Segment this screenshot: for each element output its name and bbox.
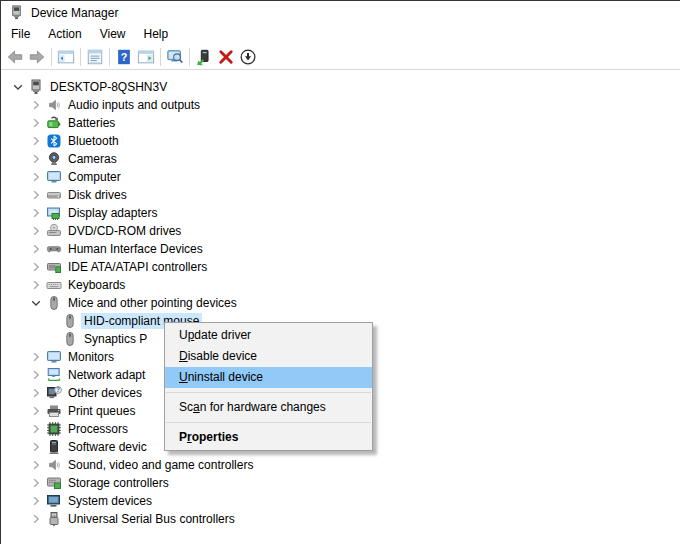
chevron-right-icon[interactable] xyxy=(28,223,44,239)
chevron-right-icon[interactable] xyxy=(28,151,44,167)
tree-item-mice-and-other-pointing-devices[interactable]: Mice and other pointing devices xyxy=(2,294,680,312)
toolbar-separator xyxy=(189,48,190,66)
menu-separator xyxy=(166,422,371,423)
disable-device-icon xyxy=(239,48,257,66)
chevron-right-icon[interactable] xyxy=(28,493,44,509)
battery-icon xyxy=(46,115,62,131)
tree-item-ide-ata-atapi-controllers[interactable]: IDE ATA/ATAPI controllers xyxy=(2,258,680,276)
monitor-icon xyxy=(46,169,62,185)
uninstall-device-button[interactable] xyxy=(215,46,237,67)
menu-help[interactable]: Help xyxy=(135,25,178,43)
monitor-icon xyxy=(46,349,62,365)
chevron-right-icon[interactable] xyxy=(28,241,44,257)
title-bar: Device Manager xyxy=(1,1,680,24)
chevron-down-icon[interactable] xyxy=(10,79,26,95)
back-button[interactable] xyxy=(4,46,26,67)
help-icon: ? xyxy=(115,48,133,66)
chevron-right-icon[interactable] xyxy=(28,133,44,149)
toolbar: ? xyxy=(1,44,680,70)
chevron-right-icon[interactable] xyxy=(28,511,44,527)
chevron-right-icon[interactable] xyxy=(28,403,44,419)
svg-text:?: ? xyxy=(121,51,128,63)
forward-arrow-icon xyxy=(28,48,46,66)
tree-item-universal-serial-bus-controllers[interactable]: Universal Serial Bus controllers xyxy=(2,510,680,528)
tree-item-system-devices[interactable]: System devices xyxy=(2,492,680,510)
context-menu: Update driver Disable device Uninstall d… xyxy=(164,322,373,451)
tree-item-desktop-8qshn3v[interactable]: DESKTOP-8QSHN3V xyxy=(2,78,680,96)
back-arrow-icon xyxy=(6,48,24,66)
console-tree-toggle-button[interactable] xyxy=(55,46,77,67)
tree-item-bluetooth[interactable]: Bluetooth xyxy=(2,132,680,150)
tree-item-computer[interactable]: Computer xyxy=(2,168,680,186)
chevron-right-icon[interactable] xyxy=(28,457,44,473)
menu-action[interactable]: Action xyxy=(39,25,90,43)
chevron-down-icon[interactable] xyxy=(28,295,44,311)
printer-icon xyxy=(46,403,62,419)
chevron-right-icon[interactable] xyxy=(28,475,44,491)
camera-icon xyxy=(46,151,62,167)
chevron-right-icon[interactable] xyxy=(28,97,44,113)
tree-item-disk-drives[interactable]: Disk drives xyxy=(2,186,680,204)
dvd-drive-icon xyxy=(46,223,62,239)
chevron-right-icon[interactable] xyxy=(28,115,44,131)
chevron-right-icon[interactable] xyxy=(28,259,44,275)
mouse-icon xyxy=(62,331,78,347)
tree-item-human-interface-devices[interactable]: Human Interface Devices xyxy=(2,240,680,258)
scan-hardware-icon xyxy=(166,48,184,66)
tree-item-batteries[interactable]: Batteries xyxy=(2,114,680,132)
software-device-icon xyxy=(46,439,62,455)
storage-controller-icon xyxy=(46,475,62,491)
chevron-right-icon[interactable] xyxy=(28,349,44,365)
mouse-icon xyxy=(46,295,62,311)
action-pane-toggle-button[interactable] xyxy=(135,46,157,67)
mouse-icon xyxy=(62,313,78,329)
toolbar-separator xyxy=(109,48,110,66)
ide-controller-icon xyxy=(46,259,62,275)
menu-view[interactable]: View xyxy=(91,25,135,43)
forward-button[interactable] xyxy=(26,46,48,67)
action-pane-icon xyxy=(137,48,155,66)
tree-item-cameras[interactable]: Cameras xyxy=(2,150,680,168)
processor-icon xyxy=(46,421,62,437)
tree-item-sound-video-game-controllers[interactable]: Sound, video and game controllers xyxy=(2,456,680,474)
update-driver-button[interactable] xyxy=(193,46,215,67)
tree-item-storage-controllers[interactable]: Storage controllers xyxy=(2,474,680,492)
menu-item-uninstall-device[interactable]: Uninstall device xyxy=(165,367,372,388)
speaker-icon xyxy=(46,457,62,473)
network-adapter-icon xyxy=(46,367,62,383)
disable-device-button[interactable] xyxy=(237,46,259,67)
menu-separator xyxy=(166,392,371,393)
display-adapter-icon xyxy=(46,205,62,221)
device-tree: DESKTOP-8QSHN3V Audio inputs and outputs… xyxy=(2,71,680,544)
properties-button[interactable] xyxy=(84,46,106,67)
update-driver-icon xyxy=(195,48,213,66)
chevron-right-icon[interactable] xyxy=(28,367,44,383)
chevron-right-icon[interactable] xyxy=(28,277,44,293)
menu-file[interactable]: File xyxy=(2,25,39,43)
chevron-right-icon[interactable] xyxy=(28,187,44,203)
tree-item-audio-inputs-and-outputs[interactable]: Audio inputs and outputs xyxy=(2,96,680,114)
chevron-right-icon[interactable] xyxy=(28,205,44,221)
chevron-right-icon[interactable] xyxy=(28,439,44,455)
help-button[interactable]: ? xyxy=(113,46,135,67)
properties-window-icon xyxy=(86,48,104,66)
menu-item-properties[interactable]: Properties xyxy=(165,427,372,448)
system-device-icon xyxy=(46,493,62,509)
toolbar-separator xyxy=(51,48,52,66)
tree-item-display-adapters[interactable]: Display adapters xyxy=(2,204,680,222)
device-manager-window: Device Manager File Action View Help ? D… xyxy=(0,0,680,544)
scan-hardware-button[interactable] xyxy=(164,46,186,67)
menu-bar: File Action View Help xyxy=(1,24,680,44)
usb-icon xyxy=(46,511,62,527)
unknown-device-icon: ? xyxy=(46,385,62,401)
menu-item-update-driver[interactable]: Update driver xyxy=(165,325,372,346)
tree-item-keyboards[interactable]: Keyboards xyxy=(2,276,680,294)
menu-item-disable-device[interactable]: Disable device xyxy=(165,346,372,367)
chevron-right-icon[interactable] xyxy=(28,385,44,401)
toolbar-separator xyxy=(160,48,161,66)
tree-item-dvd-cdrom-drives[interactable]: DVD/CD-ROM drives xyxy=(2,222,680,240)
menu-item-scan-for-hardware-changes[interactable]: Scan for hardware changes xyxy=(165,397,372,418)
svg-text:?: ? xyxy=(56,386,60,393)
chevron-right-icon[interactable] xyxy=(28,169,44,185)
chevron-right-icon[interactable] xyxy=(28,421,44,437)
